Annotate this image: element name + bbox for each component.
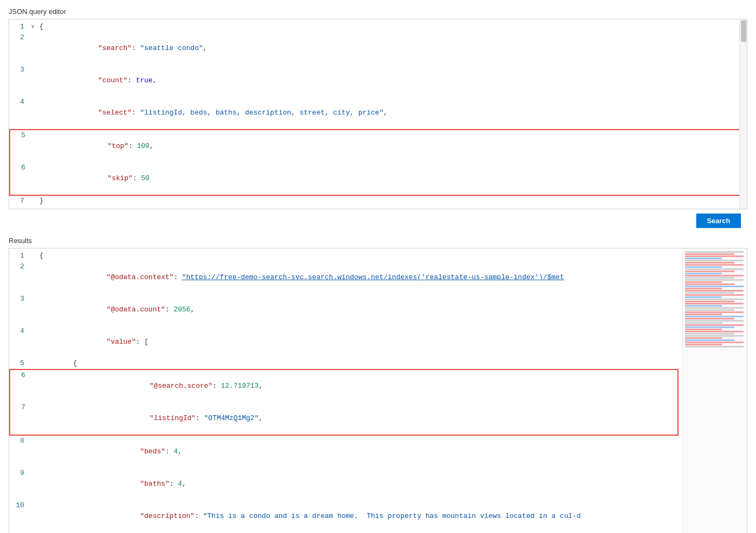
editor-line-2: 2 "search": "seattle condo",	[9, 32, 747, 65]
editor-line-3: 3 "count": true,	[9, 65, 747, 97]
mini-line	[685, 283, 734, 285]
result-line-8: 8 "beds": 4,	[9, 436, 680, 468]
mini-line	[685, 342, 744, 343]
search-button[interactable]: Search	[696, 214, 741, 228]
result-content-2: "@odata.context": "https://free-demo-sea…	[37, 261, 680, 294]
result-line-10: 10 "description": "This is a condo and i…	[9, 500, 680, 532]
result-content-10: "description": "This is a condo and is a…	[37, 500, 680, 532]
result-content-6: "@search.score": 12.719713,	[38, 370, 677, 402]
mini-line	[685, 262, 734, 264]
editor-line-6: 6 "skip": 50	[10, 162, 745, 195]
page-container: JSON query editor 1 ∨ { 2 "search": "sea…	[0, 0, 756, 533]
result-line-num-2: 2	[9, 261, 29, 272]
mini-line	[685, 290, 744, 292]
mini-line	[685, 253, 734, 255]
editor-panel: 1 ∨ { 2 "search": "seattle condo", 3 "co…	[9, 19, 747, 209]
result-line-2: 2 "@odata.context": "https://free-demo-s…	[9, 261, 680, 294]
line-content-1: {	[37, 22, 747, 32]
result-content-1: {	[37, 251, 680, 261]
results-panel: 1 { 2 "@odata.context": "https://free-de…	[9, 248, 747, 533]
results-section: Results 1 { 2 "@odata.context": "https:/…	[0, 234, 756, 533]
result-content-5: {	[37, 358, 680, 369]
editor-scrollbar-thumb[interactable]	[741, 20, 746, 42]
mini-line	[685, 271, 734, 272]
result-line-num-7: 7	[10, 402, 30, 413]
line-toggle-1[interactable]: ∨	[29, 22, 37, 32]
mini-line	[685, 314, 722, 315]
mini-line	[685, 255, 744, 257]
mini-line	[685, 339, 734, 341]
result-line-num-9: 9	[9, 468, 29, 479]
result-line-num-1: 1	[9, 251, 29, 261]
mini-line	[685, 266, 722, 268]
line-num-1: 1	[9, 22, 29, 32]
mini-line	[685, 264, 744, 266]
mini-line	[685, 322, 722, 324]
mini-line	[685, 331, 744, 332]
mini-line	[685, 305, 722, 307]
mini-line	[685, 324, 744, 326]
mini-line	[685, 309, 734, 311]
mini-line	[685, 268, 744, 270]
mini-line	[685, 286, 744, 287]
line-content-7: }	[37, 196, 747, 207]
result-content-9: "baths": 4,	[37, 468, 680, 500]
mini-line	[685, 335, 744, 337]
result-line-num-5: 5	[9, 358, 29, 369]
mini-line	[685, 337, 722, 339]
mini-line	[685, 320, 744, 322]
mini-line	[685, 326, 734, 328]
mini-line	[685, 307, 744, 309]
result-line-4: 4 "value": [	[9, 326, 680, 358]
result-line-num-10: 10	[9, 500, 29, 511]
result-line-num-6: 6	[10, 370, 30, 381]
results-minimap[interactable]	[682, 248, 747, 533]
mini-line	[685, 303, 744, 304]
search-button-row: Search	[0, 209, 756, 232]
mini-line	[685, 251, 744, 253]
result-line-7: 7 "listingId": "OTM4MzQ1Mg2",	[10, 402, 677, 435]
result-content-3: "@odata.count": 2056,	[37, 294, 680, 326]
result-line-num-4: 4	[9, 326, 29, 337]
line-content-2: "search": "seattle condo",	[37, 32, 747, 65]
mini-line	[685, 346, 744, 347]
mini-line	[685, 316, 744, 317]
editor-code-area[interactable]: 1 ∨ { 2 "search": "seattle condo", 3 "co…	[9, 19, 747, 209]
line-content-5: "top": 100,	[38, 130, 745, 162]
mini-line	[685, 288, 722, 289]
line-num-6: 6	[10, 162, 30, 173]
mini-line	[685, 258, 722, 259]
line-num-3: 3	[9, 65, 29, 75]
mini-line	[685, 296, 722, 298]
highlighted-block-editor: 5 "top": 100, 6 "skip": 50	[9, 129, 746, 196]
editor-line-4: 4 "select": "listingId, beds, baths, des…	[9, 97, 747, 129]
mini-line	[685, 299, 744, 300]
result-line-1: 1 {	[9, 251, 680, 261]
mini-line	[685, 294, 744, 296]
results-code-area[interactable]: 1 { 2 "@odata.context": "https://free-de…	[9, 248, 747, 533]
mini-line	[685, 333, 734, 335]
result-line-num-3: 3	[9, 294, 29, 304]
results-title: Results	[0, 234, 756, 248]
mini-line	[685, 260, 744, 261]
line-num-7: 7	[9, 196, 29, 207]
line-content-6: "skip": 50	[38, 162, 745, 195]
mini-line	[685, 301, 734, 302]
minimap-lines	[683, 248, 747, 350]
result-content-8: "beds": 4,	[37, 436, 680, 468]
mini-line	[685, 275, 744, 276]
mini-line	[685, 344, 722, 345]
mini-line	[685, 318, 734, 319]
mini-line	[685, 329, 722, 330]
editor-scrollbar[interactable]	[739, 19, 747, 209]
line-content-3: "count": true,	[37, 65, 747, 97]
result-content-4: "value": [	[37, 326, 680, 358]
mini-line	[685, 311, 744, 313]
editor-title: JSON query editor	[0, 5, 756, 19]
odata-context-link[interactable]: "https://free-demo-search-svc.search.win…	[182, 273, 564, 281]
result-line-9: 9 "baths": 4,	[9, 468, 680, 500]
result-line-num-8: 8	[9, 436, 29, 446]
result-line-5: 5 {	[9, 358, 680, 369]
mini-line	[685, 292, 734, 294]
editor-line-5: 5 "top": 100,	[10, 130, 745, 162]
